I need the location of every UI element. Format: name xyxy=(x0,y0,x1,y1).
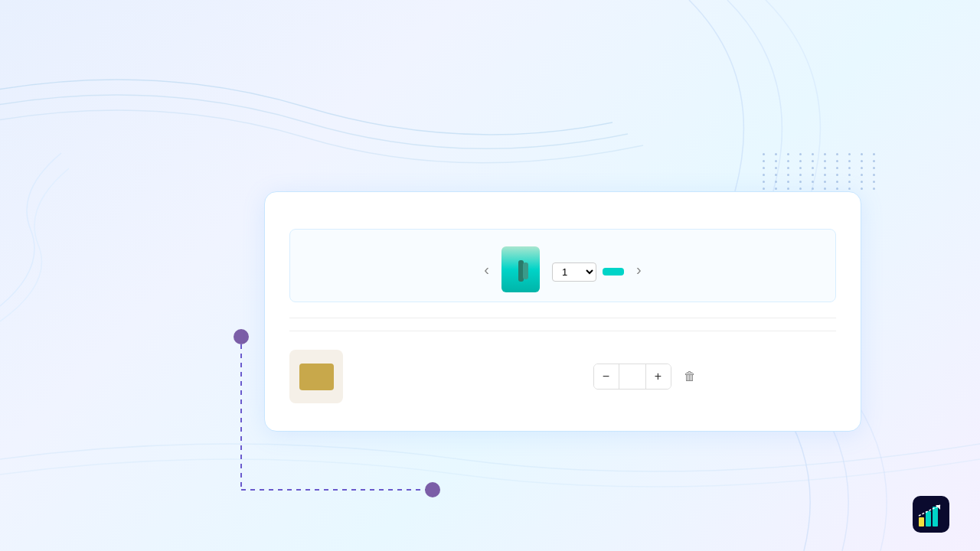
upsell-next-arrow[interactable]: › xyxy=(636,261,642,279)
product-image xyxy=(299,364,334,390)
upsell-quantity-select[interactable]: 1 2 3 xyxy=(552,262,596,282)
svg-rect-6 xyxy=(933,507,938,527)
product-image-box xyxy=(289,350,343,403)
cart-panel: ‹ 1 2 3 › xyxy=(264,191,861,432)
quantity-cell: − + 🗑 xyxy=(580,364,708,390)
main-title xyxy=(46,54,306,137)
logo-area xyxy=(913,496,959,533)
upsell-product-image xyxy=(501,246,540,292)
cart-table-header xyxy=(289,318,836,331)
upsell-prev-arrow[interactable]: ‹ xyxy=(484,261,489,279)
upsell-product-row: ‹ 1 2 3 › xyxy=(302,246,823,292)
svg-rect-4 xyxy=(919,517,924,527)
decrease-qty-button[interactable]: − xyxy=(594,364,619,389)
cart-item-product xyxy=(289,350,580,403)
left-content-area xyxy=(46,54,306,198)
quantity-control: − + xyxy=(593,364,671,390)
upsell-qty-row: 1 2 3 xyxy=(552,262,624,282)
delete-item-button[interactable]: 🗑 xyxy=(684,370,696,383)
svg-point-3 xyxy=(425,482,440,497)
upsell-add-to-cart-button[interactable] xyxy=(603,268,624,276)
svg-rect-5 xyxy=(926,511,931,527)
quantity-value xyxy=(619,364,646,389)
upsell-product-info: 1 2 3 xyxy=(552,258,624,282)
dot-grid-decoration: const dotGrid = document.querySelector('… xyxy=(763,153,880,190)
svg-point-0 xyxy=(234,329,249,344)
increase-qty-button[interactable]: + xyxy=(646,364,671,389)
upsell-bar: ‹ 1 2 3 › xyxy=(289,229,836,302)
cart-item-row: − + 🗑 xyxy=(289,344,836,409)
logo-icon xyxy=(913,496,949,533)
